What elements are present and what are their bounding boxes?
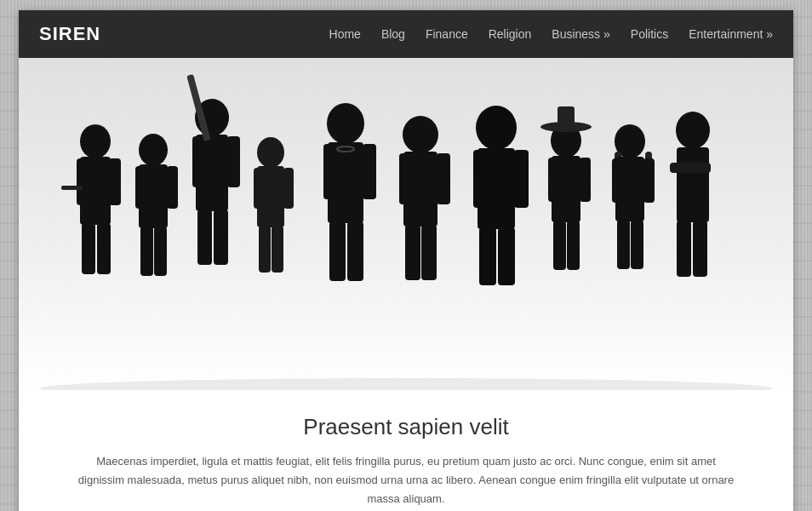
nav-item-religion[interactable]: Religion (489, 27, 532, 41)
svg-point-1 (80, 124, 111, 158)
svg-rect-3 (77, 158, 89, 205)
svg-rect-61 (631, 220, 643, 269)
svg-rect-18 (197, 210, 212, 265)
svg-rect-7 (61, 186, 83, 190)
svg-rect-17 (227, 136, 240, 187)
svg-rect-38 (405, 225, 420, 280)
svg-rect-12 (140, 227, 153, 276)
svg-rect-65 (677, 221, 691, 277)
svg-rect-32 (347, 221, 363, 281)
svg-rect-4 (109, 158, 121, 205)
logo[interactable]: SIREN (39, 23, 100, 45)
svg-rect-25 (259, 226, 271, 273)
svg-rect-43 (514, 150, 529, 208)
svg-rect-26 (272, 226, 283, 273)
svg-point-27 (327, 103, 364, 144)
hero-body: Maecenas imperdiet, ligula et mattis feu… (74, 452, 738, 508)
svg-rect-53 (567, 221, 580, 270)
hero-caption: Praesent sapien velit Maecenas imperdiet… (19, 390, 793, 511)
nav-item-home[interactable]: Home (329, 27, 361, 41)
svg-rect-39 (421, 225, 437, 280)
svg-rect-42 (473, 150, 488, 208)
svg-rect-37 (437, 153, 450, 204)
svg-rect-30 (363, 144, 376, 199)
svg-rect-63 (677, 147, 709, 222)
svg-point-8 (139, 134, 168, 166)
svg-rect-13 (154, 227, 167, 276)
page-wrapper: SIREN HomeBlogFinanceReligionBusiness »P… (19, 10, 793, 511)
svg-point-34 (403, 116, 438, 153)
svg-rect-59 (643, 158, 655, 203)
svg-rect-6 (97, 223, 111, 274)
svg-rect-36 (399, 153, 413, 204)
svg-rect-23 (254, 168, 264, 209)
svg-rect-66 (693, 221, 707, 277)
header: SIREN HomeBlogFinanceReligionBusiness »P… (19, 10, 793, 58)
svg-rect-11 (167, 166, 178, 209)
svg-point-62 (676, 112, 710, 149)
hero-image (19, 58, 793, 390)
svg-point-21 (257, 137, 284, 168)
svg-rect-58 (612, 158, 623, 203)
svg-rect-51 (580, 158, 591, 202)
svg-rect-10 (135, 166, 146, 209)
svg-rect-52 (553, 221, 566, 270)
svg-point-40 (476, 106, 517, 150)
svg-rect-19 (214, 210, 228, 265)
nav: HomeBlogFinanceReligionBusiness »Politic… (329, 27, 773, 41)
svg-rect-16 (192, 136, 205, 187)
hero-svg (19, 58, 793, 390)
svg-rect-60 (617, 220, 630, 269)
svg-rect-50 (548, 158, 559, 202)
nav-item-entertainment[interactable]: Entertainment » (689, 27, 773, 41)
svg-rect-29 (323, 144, 337, 199)
svg-rect-31 (329, 221, 346, 281)
svg-rect-5 (82, 223, 95, 274)
svg-rect-44 (479, 227, 496, 285)
hero-section (19, 58, 793, 390)
svg-rect-45 (498, 227, 515, 285)
svg-rect-64 (670, 163, 711, 173)
nav-item-blog[interactable]: Blog (381, 27, 405, 41)
hero-title: Praesent sapien velit (70, 414, 742, 440)
nav-item-finance[interactable]: Finance (426, 27, 468, 41)
nav-item-politics[interactable]: Politics (631, 27, 668, 41)
nav-item-business[interactable]: Business » (552, 27, 609, 41)
svg-rect-24 (283, 168, 294, 209)
svg-rect-48 (558, 106, 575, 129)
